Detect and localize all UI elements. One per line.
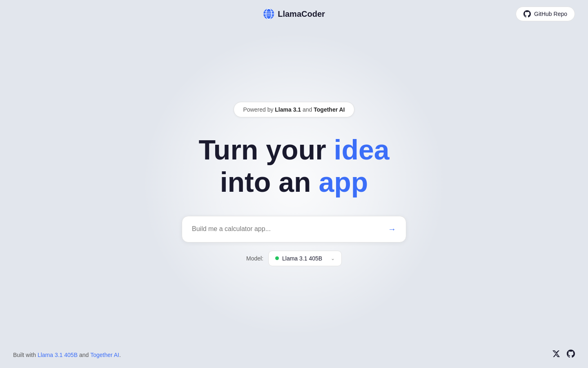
- hero-title: Turn your idea into an app: [198, 134, 389, 197]
- logo-text: LlamaCoder: [278, 9, 325, 19]
- header: LlamaCoder GitHub Repo: [0, 0, 588, 28]
- powered-badge: Powered by Llama 3.1 and Together AI: [234, 102, 354, 117]
- twitter-link[interactable]: [552, 350, 560, 360]
- arrow-icon: →: [388, 224, 396, 234]
- github-footer-icon: [567, 350, 575, 358]
- github-header-icon: [523, 10, 531, 18]
- powered-together: Together AI: [314, 106, 345, 113]
- hero-line1-prefix: Turn your: [198, 134, 334, 165]
- twitter-icon: [552, 350, 560, 358]
- hero-app: app: [318, 166, 368, 197]
- powered-middle: and: [301, 106, 314, 113]
- powered-prefix: Powered by: [243, 106, 275, 113]
- footer-suffix: .: [119, 352, 121, 358]
- hero-idea: idea: [334, 134, 390, 165]
- model-status-dot: [275, 256, 279, 260]
- llama-logo-icon: [263, 8, 274, 20]
- github-repo-button[interactable]: GitHub Repo: [516, 7, 575, 21]
- search-submit-button[interactable]: →: [388, 224, 396, 234]
- model-select-dropdown[interactable]: Llama 3.1 405B ⌄: [268, 251, 342, 266]
- hero-line2-prefix: into an: [220, 166, 319, 197]
- powered-llama: Llama 3.1: [275, 106, 301, 113]
- github-button-label: GitHub Repo: [534, 11, 567, 17]
- chevron-down-icon: ⌄: [331, 256, 335, 261]
- footer-right: [552, 350, 575, 360]
- search-box: →: [182, 216, 406, 242]
- main-content: Powered by Llama 3.1 and Together AI Tur…: [0, 0, 588, 368]
- model-label: Model:: [246, 255, 263, 262]
- model-selected-value: Llama 3.1 405B: [282, 255, 327, 262]
- logo: LlamaCoder: [263, 8, 325, 20]
- footer-left: Built with Llama 3.1 405B and Together A…: [13, 352, 121, 358]
- footer-together-link[interactable]: Together AI: [90, 352, 119, 358]
- footer-llama-link[interactable]: Llama 3.1 405B: [38, 352, 78, 358]
- model-row: Model: Llama 3.1 405B ⌄: [246, 251, 342, 266]
- footer: Built with Llama 3.1 405B and Together A…: [0, 341, 588, 368]
- github-footer-link[interactable]: [567, 350, 575, 360]
- footer-middle: and: [78, 352, 90, 358]
- footer-built-prefix: Built with: [13, 352, 38, 358]
- search-input[interactable]: [192, 225, 388, 233]
